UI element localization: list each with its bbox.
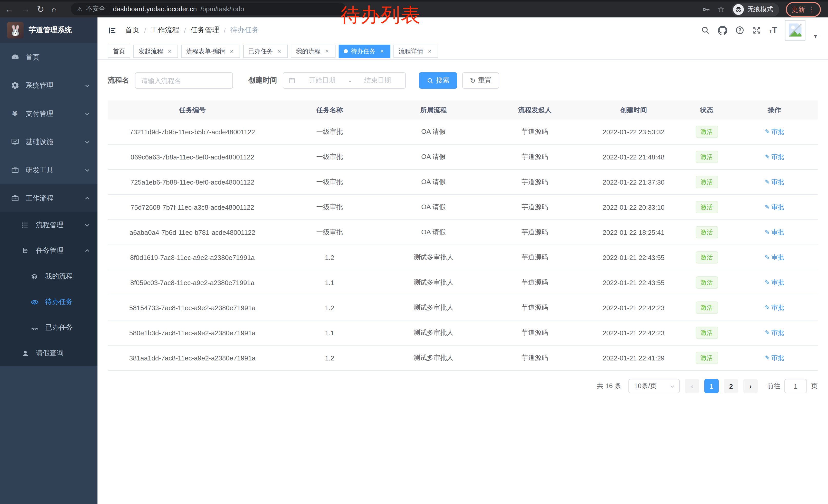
approve-link[interactable]: ✎审批: [764, 127, 784, 136]
browser-reload-button[interactable]: ↻: [37, 5, 44, 14]
status-badge: 激活: [695, 327, 718, 339]
cell-starter: 芋道源码: [485, 202, 585, 212]
edit-icon: ✎: [764, 178, 770, 186]
browser-forward-button[interactable]: →: [21, 5, 30, 14]
font-size-icon[interactable]: TT: [769, 26, 777, 34]
avatar[interactable]: [785, 20, 805, 41]
github-icon[interactable]: [718, 26, 728, 35]
sidebar-item-workflow[interactable]: 工作流程: [0, 184, 97, 212]
close-icon[interactable]: ×: [379, 48, 385, 55]
table-row: 58154733-7ac8-11ec-a9e2-a2380e71991a 1.2…: [108, 295, 818, 320]
sidebar-item-pay[interactable]: ¥ 支付管理: [0, 99, 97, 128]
app-logo-row[interactable]: 🐰 芋道管理系统: [0, 17, 97, 43]
close-icon[interactable]: ×: [324, 48, 330, 55]
cell-task-name: 一级审批: [277, 177, 382, 187]
sidebar-item-devtools[interactable]: 研发工具: [0, 156, 97, 184]
prev-page-button[interactable]: ‹: [685, 379, 699, 393]
password-key-icon[interactable]: [702, 5, 710, 14]
breadcrumb-workflow[interactable]: 工作流程: [151, 26, 179, 35]
page-size-select[interactable]: 10条/页: [628, 379, 680, 393]
cell-process: OA 请假: [382, 127, 485, 136]
cell-time: 2022-01-22 23:53:32: [585, 128, 682, 136]
approve-link[interactable]: ✎审批: [764, 328, 784, 337]
fullscreen-icon[interactable]: [752, 26, 761, 35]
breadcrumb-home[interactable]: 首页: [125, 26, 139, 35]
approve-link[interactable]: ✎审批: [764, 228, 784, 237]
approve-link[interactable]: ✎审批: [764, 253, 784, 262]
status-badge: 激活: [695, 151, 718, 163]
table-row: 069c6a63-7b8a-11ec-8ef0-acde48001122 一级审…: [108, 145, 818, 170]
sidebar-item-task-mgmt[interactable]: 任务管理: [0, 238, 97, 264]
sidebar-item-home[interactable]: 首页: [0, 43, 97, 71]
goto-suffix: 页: [811, 381, 818, 391]
page-button-1[interactable]: 1: [704, 379, 719, 393]
cell-process: 测试多审批人: [382, 253, 485, 262]
approve-link[interactable]: ✎审批: [764, 278, 784, 287]
app-logo: 🐰: [7, 22, 24, 39]
user-icon: [20, 349, 30, 358]
status-badge: 激活: [695, 352, 718, 364]
tab-done-tasks[interactable]: 已办任务×: [243, 45, 288, 58]
approve-link[interactable]: ✎审批: [764, 303, 784, 312]
process-name-input[interactable]: [135, 72, 233, 89]
active-dot: [344, 49, 348, 53]
close-icon[interactable]: ×: [228, 48, 235, 55]
sidebar-item-process-mgmt[interactable]: 流程管理: [0, 212, 97, 238]
approve-link[interactable]: ✎审批: [764, 178, 784, 186]
edit-icon: ✎: [764, 128, 770, 135]
cell-starter: 芋道源码: [485, 228, 585, 237]
status-badge: 激活: [695, 201, 718, 213]
tab-home[interactable]: 首页: [108, 45, 130, 58]
close-icon[interactable]: ×: [426, 48, 433, 55]
tab-my-process[interactable]: 我的流程×: [291, 45, 335, 58]
tab-process-detail[interactable]: 流程详情×: [394, 45, 438, 58]
not-secure-label: 不安全: [86, 5, 106, 13]
reset-button[interactable]: ↻ 重置: [462, 72, 499, 89]
address-bar[interactable]: ⚠ 不安全 dashboard.yudao.iocoder.cn/bpm/tas…: [71, 3, 346, 15]
help-icon[interactable]: [735, 26, 744, 35]
sidebar-item-leave-query[interactable]: 请假查询: [0, 340, 97, 366]
cell-starter: 芋道源码: [485, 328, 585, 337]
status-badge: 激活: [695, 276, 718, 289]
browser-back-button[interactable]: ←: [5, 5, 14, 14]
breadcrumb-task-mgmt[interactable]: 任务管理: [191, 26, 219, 35]
eye-icon: [30, 297, 39, 307]
tab-form-edit[interactable]: 流程表单-编辑×: [181, 45, 240, 58]
sidebar-item-todo-tasks[interactable]: 待办任务: [0, 289, 97, 315]
cell-task-name: 一级审批: [277, 202, 382, 212]
sidebar-item-done-tasks[interactable]: 已办任务: [0, 315, 97, 340]
page-content: 流程名 创建时间 开始日期 - 结束日期 搜索 ↻ 重置: [97, 60, 828, 393]
sidebar-item-infra[interactable]: 基础设施: [0, 128, 97, 156]
date-range-picker[interactable]: 开始日期 - 结束日期: [283, 72, 406, 89]
approve-link[interactable]: ✎审批: [764, 152, 784, 161]
sidebar-item-system[interactable]: 系统管理: [0, 71, 97, 99]
total-count: 共 16 条: [597, 381, 621, 391]
browser-home-button[interactable]: ⌂: [51, 5, 57, 14]
tab-todo-tasks[interactable]: 待办任务×: [339, 45, 390, 58]
page-button-2[interactable]: 2: [724, 379, 738, 393]
approve-link[interactable]: ✎审批: [764, 354, 784, 362]
close-icon[interactable]: ×: [276, 48, 283, 55]
approve-link[interactable]: ✎审批: [764, 203, 784, 212]
next-page-button[interactable]: ›: [743, 379, 758, 393]
sidebar-toggle-icon[interactable]: [108, 26, 117, 35]
chrome-update-button[interactable]: 更新 ⋮: [786, 2, 821, 17]
status-badge: 激活: [695, 126, 718, 138]
tab-start-process[interactable]: 发起流程×: [133, 45, 178, 58]
bookmark-star-icon[interactable]: ☆: [717, 5, 725, 14]
close-icon[interactable]: ×: [166, 48, 173, 55]
cell-task-id: 73211d9d-7b9b-11ec-b5b7-acde48001122: [108, 128, 277, 136]
goto-page-input[interactable]: [784, 379, 807, 393]
cell-process: 测试多审批人: [382, 278, 485, 287]
browser-window: ← → ↻ ⌂ ⚠ 不安全 dashboard.yudao.iocoder.cn…: [0, 0, 828, 504]
search-icon[interactable]: [701, 26, 710, 35]
breadcrumb-current: 待办任务: [230, 26, 259, 35]
cell-task-id: 8f059c03-7ac8-11ec-a9e2-a2380e71991a: [108, 279, 277, 286]
chevron-down-icon: [84, 82, 90, 88]
browser-menu-icon[interactable]: ⋮: [809, 6, 815, 13]
search-button[interactable]: 搜索: [419, 72, 457, 89]
cell-starter: 芋道源码: [485, 177, 585, 187]
avatar-dropdown-caret[interactable]: ▼: [813, 34, 818, 39]
filter-bar: 流程名 创建时间 开始日期 - 结束日期 搜索 ↻ 重置: [108, 72, 818, 89]
sidebar-item-my-process[interactable]: 我的流程: [0, 264, 97, 289]
